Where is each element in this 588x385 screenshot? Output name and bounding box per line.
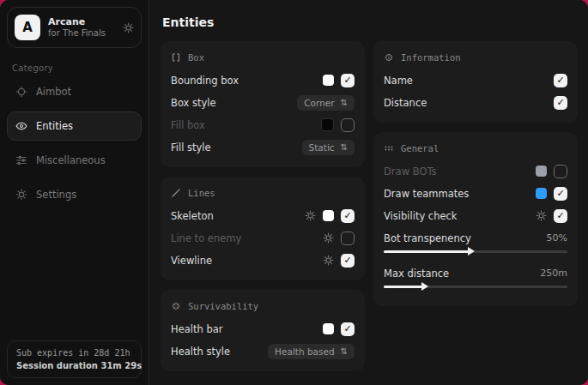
gear-icon bbox=[15, 189, 27, 201]
card-lines: Lines Skeleton ✓ Line to enemy bbox=[161, 177, 365, 280]
sidebar-item-label: Entities bbox=[36, 120, 73, 132]
card-information-header: Information bbox=[384, 52, 567, 63]
updown-arrows-icon: ⇅ bbox=[341, 346, 348, 356]
health-bar-color-swatch[interactable] bbox=[323, 323, 334, 334]
slider-thumb[interactable] bbox=[468, 247, 475, 256]
box-style-dropdown[interactable]: Corner ⇅ bbox=[297, 95, 355, 111]
left-column: Box Bounding box ✓ Box style Corner bbox=[161, 41, 365, 371]
draw-bots-color-swatch[interactable] bbox=[536, 165, 547, 177]
bounding-box-color-swatch[interactable] bbox=[323, 75, 334, 86]
draw-teammates-checkbox[interactable]: ✓ bbox=[554, 187, 567, 201]
row-skeleton: Skeleton ✓ bbox=[171, 206, 355, 226]
updown-arrows-icon: ⇅ bbox=[341, 142, 348, 152]
row-max-distance: Max distance 250m bbox=[384, 263, 567, 283]
row-draw-teammates: Draw teammates ✓ bbox=[384, 183, 567, 203]
card-box: Box Bounding box ✓ Box style Corner bbox=[161, 41, 365, 167]
row-name: Name ✓ bbox=[384, 70, 567, 90]
skeleton-color-swatch[interactable] bbox=[323, 210, 334, 221]
sidebar-item-label: Miscellaneous bbox=[36, 154, 106, 166]
name-checkbox[interactable]: ✓ bbox=[554, 74, 567, 87]
health-bar-checkbox[interactable]: ✓ bbox=[341, 322, 355, 336]
row-bounding-box: Bounding box ✓ bbox=[171, 70, 355, 90]
app-window: A Arcane for The Finals Category Aimbot bbox=[0, 0, 588, 385]
brackets-icon bbox=[171, 52, 181, 63]
sidebar: A Arcane for The Finals Category Aimbot bbox=[0, 0, 149, 385]
bounding-box-checkbox[interactable]: ✓ bbox=[341, 74, 355, 87]
sidebar-item-label: Settings bbox=[36, 189, 76, 201]
sidebar-spacer bbox=[0, 212, 149, 334]
health-style-dropdown[interactable]: Health based ⇅ bbox=[268, 344, 355, 359]
sub-expires-text: Sub expires in 28d 21h bbox=[16, 348, 132, 358]
card-title: Box bbox=[188, 52, 204, 63]
main-content: Entities Box Bounding box bbox=[149, 0, 588, 385]
row-line-to-enemy: Line to enemy ✓ bbox=[171, 228, 355, 248]
sidebar-item-miscellaneous[interactable]: Miscellaneous bbox=[7, 146, 142, 175]
category-label: Category bbox=[12, 63, 136, 73]
updown-arrows-icon: ⇅ bbox=[341, 98, 348, 107]
row-viewline: Viewline ✓ bbox=[171, 250, 355, 270]
sidebar-item-aimbot[interactable]: Aimbot bbox=[7, 77, 142, 106]
session-duration-text: Session duration 31m 29s bbox=[16, 361, 132, 370]
fill-style-dropdown[interactable]: Static ⇅ bbox=[302, 140, 355, 155]
sidebar-item-entities[interactable]: Entities bbox=[7, 111, 142, 141]
row-draw-bots: Draw BOTs ✓ bbox=[384, 161, 567, 181]
logo-letter: A bbox=[22, 20, 33, 35]
brand-text: Arcane for The Finals bbox=[48, 16, 115, 39]
slider-fill bbox=[384, 286, 424, 288]
row-health-bar: Health bar ✓ bbox=[171, 319, 355, 339]
card-survivability: Survivability Health bar ✓ Health style … bbox=[161, 290, 365, 371]
sliders-icon bbox=[15, 154, 27, 166]
bot-transparency-value: 50% bbox=[547, 232, 567, 244]
page-title: Entities bbox=[162, 15, 577, 29]
card-information: Information Name ✓ Distance ✓ bbox=[373, 41, 578, 123]
right-column: Information Name ✓ Distance ✓ bbox=[373, 41, 578, 306]
row-visibility-check: Visibility check ✓ bbox=[384, 206, 567, 226]
viewline-settings-gear-icon[interactable] bbox=[323, 255, 334, 266]
sidebar-nav: Aimbot Entities Miscellaneous Settings bbox=[0, 75, 149, 212]
row-distance: Distance ✓ bbox=[384, 93, 567, 112]
distance-checkbox[interactable]: ✓ bbox=[554, 96, 567, 110]
app-title: Arcane bbox=[48, 16, 115, 28]
row-fill-box: Fill box ✓ bbox=[171, 115, 355, 135]
app-logo: A bbox=[15, 15, 40, 40]
subscription-card: Sub expires in 28d 21h Session duration … bbox=[7, 340, 142, 378]
slider-thumb[interactable] bbox=[421, 282, 428, 291]
max-distance-slider[interactable] bbox=[384, 286, 567, 288]
card-title: General bbox=[401, 143, 439, 153]
lifebuoy-icon bbox=[171, 301, 181, 311]
line-icon bbox=[171, 188, 181, 198]
slider-fill bbox=[384, 250, 470, 253]
viewline-checkbox[interactable]: ✓ bbox=[341, 254, 355, 268]
row-box-style: Box style Corner ⇅ bbox=[171, 93, 355, 112]
card-title: Information bbox=[401, 52, 461, 63]
info-icon bbox=[384, 52, 394, 63]
row-fill-style: Fill style Static ⇅ bbox=[171, 137, 355, 157]
row-health-style: Health style Health based ⇅ bbox=[171, 341, 355, 361]
card-lines-header: Lines bbox=[171, 188, 355, 198]
sidebar-item-label: Aimbot bbox=[36, 86, 71, 98]
draw-bots-checkbox[interactable]: ✓ bbox=[554, 165, 567, 178]
fill-box-color-swatch[interactable] bbox=[321, 118, 334, 131]
crosshair-icon bbox=[15, 86, 27, 98]
skeleton-settings-gear-icon[interactable] bbox=[305, 210, 316, 221]
card-general: General Draw BOTs ✓ Draw teammates bbox=[373, 132, 578, 306]
card-box-header: Box bbox=[171, 52, 355, 63]
fill-box-checkbox[interactable]: ✓ bbox=[341, 118, 355, 132]
draw-teammates-color-swatch[interactable] bbox=[536, 188, 547, 199]
app-subtitle: for The Finals bbox=[48, 28, 115, 39]
skeleton-checkbox[interactable]: ✓ bbox=[341, 209, 355, 223]
bot-transparency-slider[interactable] bbox=[384, 250, 567, 253]
sidebar-item-settings[interactable]: Settings bbox=[7, 180, 142, 209]
eye-icon bbox=[15, 120, 27, 132]
brand-gear-icon[interactable] bbox=[123, 22, 134, 33]
card-title: Survivability bbox=[188, 301, 258, 311]
visibility-check-checkbox[interactable]: ✓ bbox=[554, 209, 567, 223]
grid-dots-icon bbox=[384, 143, 394, 153]
card-survivability-header: Survivability bbox=[171, 301, 355, 311]
card-title: Lines bbox=[188, 188, 215, 198]
line-to-enemy-settings-gear-icon[interactable] bbox=[323, 232, 334, 244]
visibility-check-settings-gear-icon[interactable] bbox=[536, 210, 547, 221]
line-to-enemy-checkbox[interactable]: ✓ bbox=[341, 232, 355, 245]
card-general-header: General bbox=[384, 143, 567, 153]
row-bot-transparency: Bot transpenency 50% bbox=[384, 228, 567, 248]
